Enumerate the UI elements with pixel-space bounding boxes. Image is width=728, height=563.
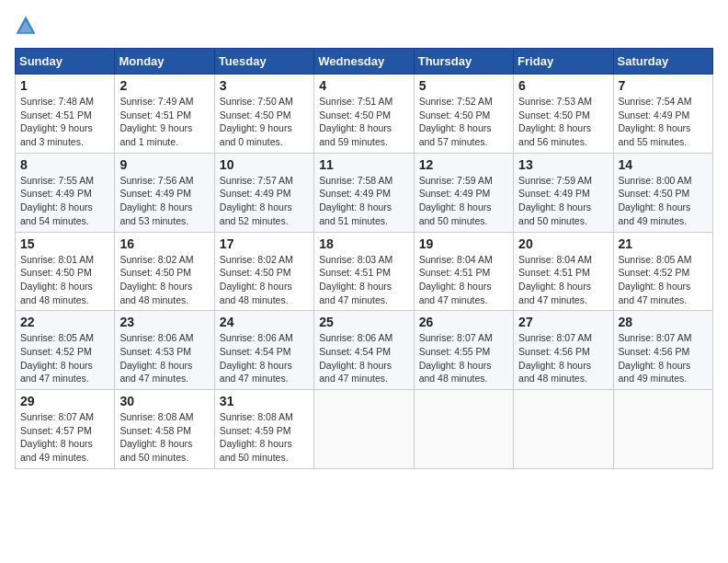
day-info: Sunrise: 8:03 AMSunset: 4:51 PMDaylight:… (319, 253, 408, 307)
calendar-cell: 6Sunrise: 7:53 AMSunset: 4:50 PMDaylight… (514, 75, 613, 154)
day-number: 29 (20, 394, 109, 408)
day-info: Sunrise: 8:00 AMSunset: 4:50 PMDaylight:… (619, 174, 708, 228)
calendar-cell: 12Sunrise: 7:59 AMSunset: 4:49 PMDayligh… (414, 153, 513, 232)
calendar-cell: 4Sunrise: 7:51 AMSunset: 4:50 PMDaylight… (314, 75, 414, 154)
weekday-header: Tuesday (214, 49, 313, 75)
calendar-week-row: 8Sunrise: 7:55 AMSunset: 4:49 PMDaylight… (16, 153, 713, 232)
day-info: Sunrise: 7:49 AMSunset: 4:51 PMDaylight:… (119, 95, 209, 149)
calendar-cell: 10Sunrise: 7:57 AMSunset: 4:49 PMDayligh… (214, 153, 313, 232)
day-info: Sunrise: 8:01 AMSunset: 4:50 PMDaylight:… (20, 253, 109, 307)
calendar-table: SundayMondayTuesdayWednesdayThursdayFrid… (15, 48, 713, 469)
calendar-cell: 8Sunrise: 7:55 AMSunset: 4:49 PMDaylight… (16, 153, 115, 232)
weekday-header: Wednesday (314, 49, 414, 75)
calendar-cell: 9Sunrise: 7:56 AMSunset: 4:49 PMDaylight… (115, 153, 214, 232)
calendar-cell: 19Sunrise: 8:04 AMSunset: 4:51 PMDayligh… (414, 232, 513, 311)
weekday-row: SundayMondayTuesdayWednesdayThursdayFrid… (16, 49, 713, 75)
calendar-cell: 29Sunrise: 8:07 AMSunset: 4:57 PMDayligh… (16, 390, 115, 469)
day-number: 18 (319, 236, 408, 251)
day-info: Sunrise: 7:53 AMSunset: 4:50 PMDaylight:… (518, 95, 608, 149)
day-number: 28 (619, 315, 708, 329)
day-number: 27 (518, 315, 608, 329)
calendar-cell: 2Sunrise: 7:49 AMSunset: 4:51 PMDaylight… (115, 75, 214, 154)
day-info: Sunrise: 8:07 AMSunset: 4:55 PMDaylight:… (419, 331, 508, 385)
day-number: 11 (319, 157, 408, 172)
calendar-cell: 21Sunrise: 8:05 AMSunset: 4:52 PMDayligh… (613, 232, 712, 311)
day-info: Sunrise: 8:07 AMSunset: 4:56 PMDaylight:… (518, 331, 608, 385)
calendar-week-row: 1Sunrise: 7:48 AMSunset: 4:51 PMDaylight… (16, 75, 713, 154)
weekday-header: Thursday (414, 49, 513, 75)
calendar-cell: 27Sunrise: 8:07 AMSunset: 4:56 PMDayligh… (514, 311, 613, 390)
calendar-cell: 16Sunrise: 8:02 AMSunset: 4:50 PMDayligh… (115, 232, 214, 311)
day-number: 21 (619, 236, 708, 251)
calendar-cell: 17Sunrise: 8:02 AMSunset: 4:50 PMDayligh… (214, 232, 313, 311)
day-number: 23 (119, 315, 209, 329)
calendar-cell: 5Sunrise: 7:52 AMSunset: 4:50 PMDaylight… (414, 75, 513, 154)
weekday-header: Saturday (613, 49, 712, 75)
weekday-header: Monday (115, 49, 214, 75)
day-number: 7 (619, 78, 708, 93)
calendar-cell: 25Sunrise: 8:06 AMSunset: 4:54 PMDayligh… (314, 311, 414, 390)
calendar-cell: 26Sunrise: 8:07 AMSunset: 4:55 PMDayligh… (414, 311, 513, 390)
day-number: 31 (220, 394, 309, 408)
day-number: 24 (220, 315, 309, 329)
calendar-cell: 30Sunrise: 8:08 AMSunset: 4:58 PMDayligh… (115, 390, 214, 469)
day-number: 5 (419, 78, 508, 93)
calendar-cell (414, 390, 513, 469)
page-header (15, 15, 713, 37)
day-info: Sunrise: 8:06 AMSunset: 4:53 PMDaylight:… (119, 331, 209, 385)
day-info: Sunrise: 8:08 AMSunset: 4:59 PMDaylight:… (220, 410, 309, 465)
calendar-cell: 24Sunrise: 8:06 AMSunset: 4:54 PMDayligh… (214, 311, 313, 390)
day-info: Sunrise: 8:04 AMSunset: 4:51 PMDaylight:… (518, 253, 608, 307)
calendar-cell: 22Sunrise: 8:05 AMSunset: 4:52 PMDayligh… (16, 311, 115, 390)
calendar-cell: 28Sunrise: 8:07 AMSunset: 4:56 PMDayligh… (613, 311, 712, 390)
day-info: Sunrise: 7:59 AMSunset: 4:49 PMDaylight:… (419, 174, 508, 228)
day-number: 2 (119, 78, 209, 93)
calendar-cell: 11Sunrise: 7:58 AMSunset: 4:49 PMDayligh… (314, 153, 414, 232)
day-number: 12 (419, 157, 508, 172)
day-number: 6 (518, 78, 608, 93)
calendar-cell (613, 390, 712, 469)
day-info: Sunrise: 7:48 AMSunset: 4:51 PMDaylight:… (20, 95, 109, 149)
calendar-week-row: 15Sunrise: 8:01 AMSunset: 4:50 PMDayligh… (16, 232, 713, 311)
calendar-cell: 31Sunrise: 8:08 AMSunset: 4:59 PMDayligh… (214, 390, 313, 469)
day-number: 10 (220, 157, 309, 172)
day-number: 26 (419, 315, 508, 329)
calendar-week-row: 29Sunrise: 8:07 AMSunset: 4:57 PMDayligh… (16, 390, 713, 469)
day-info: Sunrise: 7:59 AMSunset: 4:49 PMDaylight:… (518, 174, 608, 228)
day-number: 16 (119, 236, 209, 251)
day-number: 19 (419, 236, 508, 251)
day-info: Sunrise: 7:50 AMSunset: 4:50 PMDaylight:… (220, 95, 309, 149)
day-info: Sunrise: 8:08 AMSunset: 4:58 PMDaylight:… (119, 410, 209, 465)
day-number: 30 (119, 394, 209, 408)
day-info: Sunrise: 8:06 AMSunset: 4:54 PMDaylight:… (319, 331, 408, 385)
day-info: Sunrise: 7:58 AMSunset: 4:49 PMDaylight:… (319, 174, 408, 228)
weekday-header: Friday (514, 49, 613, 75)
day-info: Sunrise: 8:06 AMSunset: 4:54 PMDaylight:… (220, 331, 309, 385)
calendar-cell: 20Sunrise: 8:04 AMSunset: 4:51 PMDayligh… (514, 232, 613, 311)
day-number: 4 (319, 78, 408, 93)
day-info: Sunrise: 7:56 AMSunset: 4:49 PMDaylight:… (119, 174, 209, 228)
day-number: 17 (220, 236, 309, 251)
day-number: 8 (20, 157, 109, 172)
day-info: Sunrise: 8:05 AMSunset: 4:52 PMDaylight:… (619, 253, 708, 307)
day-info: Sunrise: 8:02 AMSunset: 4:50 PMDaylight:… (220, 253, 309, 307)
calendar-cell: 7Sunrise: 7:54 AMSunset: 4:49 PMDaylight… (613, 75, 712, 154)
day-number: 20 (518, 236, 608, 251)
calendar-cell: 14Sunrise: 8:00 AMSunset: 4:50 PMDayligh… (613, 153, 712, 232)
day-info: Sunrise: 7:55 AMSunset: 4:49 PMDaylight:… (20, 174, 109, 228)
weekday-header: Sunday (16, 49, 115, 75)
calendar-cell: 13Sunrise: 7:59 AMSunset: 4:49 PMDayligh… (514, 153, 613, 232)
day-number: 1 (20, 78, 109, 93)
calendar-week-row: 22Sunrise: 8:05 AMSunset: 4:52 PMDayligh… (16, 311, 713, 390)
day-info: Sunrise: 7:52 AMSunset: 4:50 PMDaylight:… (419, 95, 508, 149)
day-number: 15 (20, 236, 109, 251)
day-number: 22 (20, 315, 109, 329)
day-number: 14 (619, 157, 708, 172)
day-info: Sunrise: 7:57 AMSunset: 4:49 PMDaylight:… (220, 174, 309, 228)
day-info: Sunrise: 8:02 AMSunset: 4:50 PMDaylight:… (119, 253, 209, 307)
calendar-cell: 18Sunrise: 8:03 AMSunset: 4:51 PMDayligh… (314, 232, 414, 311)
day-info: Sunrise: 8:04 AMSunset: 4:51 PMDaylight:… (419, 253, 508, 307)
day-info: Sunrise: 8:07 AMSunset: 4:56 PMDaylight:… (619, 331, 708, 385)
calendar-cell (514, 390, 613, 469)
calendar-cell: 15Sunrise: 8:01 AMSunset: 4:50 PMDayligh… (16, 232, 115, 311)
